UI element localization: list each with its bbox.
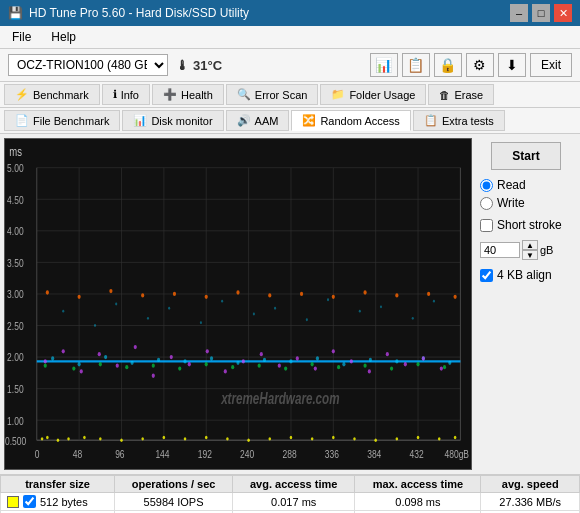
tab-health[interactable]: ➕Health <box>152 84 224 105</box>
svg-point-100 <box>46 290 49 294</box>
write-radio[interactable] <box>480 197 493 210</box>
exit-button[interactable]: Exit <box>530 53 572 77</box>
svg-point-117 <box>98 352 101 356</box>
temperature-value: 31°C <box>193 58 222 73</box>
toolbar-icon-3[interactable]: 🔒 <box>434 53 462 77</box>
tab-folder-usage[interactable]: 📁Folder Usage <box>320 84 426 105</box>
svg-text:3.00: 3.00 <box>7 288 24 301</box>
tab-disk-monitor[interactable]: 📊Disk monitor <box>122 110 223 131</box>
svg-point-90 <box>205 362 208 366</box>
svg-text:3.50: 3.50 <box>7 256 24 269</box>
write-radio-label[interactable]: Write <box>480 196 572 210</box>
svg-point-99 <box>443 365 446 369</box>
svg-point-92 <box>258 364 261 368</box>
svg-point-106 <box>236 290 239 294</box>
svg-point-133 <box>386 352 389 356</box>
short-stroke-label[interactable]: Short stroke <box>480 218 572 232</box>
svg-point-118 <box>116 364 119 368</box>
data-table: transfer size operations / sec avg. acce… <box>0 474 580 513</box>
short-stroke-text: Short stroke <box>497 218 562 232</box>
align-text: 4 KB align <box>497 268 552 282</box>
svg-point-70 <box>104 355 107 359</box>
svg-point-78 <box>316 356 319 360</box>
tab-aam[interactable]: 🔊AAM <box>226 110 290 131</box>
tabs-row2: 📄File Benchmark 📊Disk monitor 🔊AAM 🔀Rand… <box>0 108 580 134</box>
svg-point-101 <box>78 295 81 299</box>
header-transfer-size: transfer size <box>1 476 115 493</box>
svg-point-113 <box>454 295 457 299</box>
title-bar: 💾 HD Tune Pro 5.60 - Hard Disk/SSD Utili… <box>0 0 580 26</box>
menu-help[interactable]: Help <box>47 28 80 46</box>
svg-text:336: 336 <box>325 447 339 460</box>
svg-point-132 <box>368 369 371 373</box>
svg-point-86 <box>99 362 102 366</box>
close-button[interactable]: ✕ <box>554 4 572 22</box>
svg-point-91 <box>231 365 234 369</box>
short-stroke-checkbox[interactable] <box>480 219 493 232</box>
spin-input[interactable] <box>480 242 520 258</box>
svg-point-116 <box>80 369 83 373</box>
maximize-button[interactable]: □ <box>532 4 550 22</box>
svg-text:4.00: 4.00 <box>7 225 24 238</box>
svg-point-103 <box>141 293 144 297</box>
tab-error-scan[interactable]: 🔍Error Scan <box>226 84 319 105</box>
svg-point-146 <box>306 318 308 321</box>
svg-point-144 <box>253 313 255 316</box>
svg-point-58 <box>290 436 293 439</box>
menu-file[interactable]: File <box>8 28 35 46</box>
disk-monitor-icon: 📊 <box>133 114 147 127</box>
table-row: 512 bytes 55984 IOPS 0.017 ms 0.098 ms 2… <box>1 493 580 511</box>
tab-file-benchmark[interactable]: 📄File Benchmark <box>4 110 120 131</box>
svg-point-124 <box>224 369 227 373</box>
toolbar-icon-2[interactable]: 📋 <box>402 53 430 77</box>
align-checkbox[interactable] <box>480 269 493 282</box>
svg-point-134 <box>404 362 407 366</box>
svg-point-137 <box>62 310 64 313</box>
info-icon: ℹ <box>113 88 117 101</box>
svg-text:192: 192 <box>198 447 212 460</box>
svg-point-61 <box>353 437 356 440</box>
minimize-button[interactable]: – <box>510 4 528 22</box>
toolbar-icon-1[interactable]: 📊 <box>370 53 398 77</box>
svg-point-147 <box>327 298 329 301</box>
svg-point-97 <box>390 366 393 370</box>
chart-area: ms 5.00 4.50 4.00 3.50 3.00 2.50 2.00 1.… <box>4 138 472 470</box>
color-swatch-0 <box>7 496 19 508</box>
folder-icon: 📁 <box>331 88 345 101</box>
align-label[interactable]: 4 KB align <box>480 268 572 282</box>
spin-up-button[interactable]: ▲ <box>522 240 538 250</box>
row-checkbox-0[interactable] <box>23 495 36 508</box>
svg-text:2.50: 2.50 <box>7 320 24 333</box>
svg-text:480gB: 480gB <box>445 447 470 460</box>
svg-text:xtremeHardware.com: xtremeHardware.com <box>220 390 339 408</box>
app-icon: 💾 <box>8 6 23 20</box>
svg-point-73 <box>183 359 186 363</box>
svg-point-46 <box>57 439 60 442</box>
svg-text:384: 384 <box>367 447 381 460</box>
svg-point-111 <box>395 293 398 297</box>
svg-point-142 <box>200 321 202 324</box>
right-panel: Start Read Write Short stroke ▲ ▼ gB <box>476 138 576 470</box>
svg-point-119 <box>134 345 137 349</box>
read-radio[interactable] <box>480 179 493 192</box>
svg-point-139 <box>115 303 117 306</box>
radio-group: Read Write <box>480 178 572 210</box>
tab-random-access[interactable]: 🔀Random Access <box>291 110 410 131</box>
start-button[interactable]: Start <box>491 142 560 170</box>
main-content: ms 5.00 4.50 4.00 3.50 3.00 2.50 2.00 1.… <box>0 134 580 474</box>
spin-down-button[interactable]: ▼ <box>522 250 538 260</box>
svg-point-145 <box>274 307 276 310</box>
tab-extra-tests[interactable]: 📋Extra tests <box>413 110 505 131</box>
svg-point-49 <box>99 437 102 440</box>
tab-info[interactable]: ℹInfo <box>102 84 150 105</box>
svg-point-68 <box>51 356 54 360</box>
toolbar-icon-5[interactable]: ⬇ <box>498 53 526 77</box>
toolbar-icon-4[interactable]: ⚙ <box>466 53 494 77</box>
tab-erase[interactable]: 🗑Erase <box>428 84 494 105</box>
svg-point-87 <box>125 365 128 369</box>
tab-benchmark[interactable]: ⚡Benchmark <box>4 84 100 105</box>
svg-point-102 <box>109 289 112 293</box>
svg-point-135 <box>422 356 425 360</box>
read-radio-label[interactable]: Read <box>480 178 572 192</box>
drive-select[interactable]: OCZ-TRION100 (480 GB) <box>8 54 168 76</box>
